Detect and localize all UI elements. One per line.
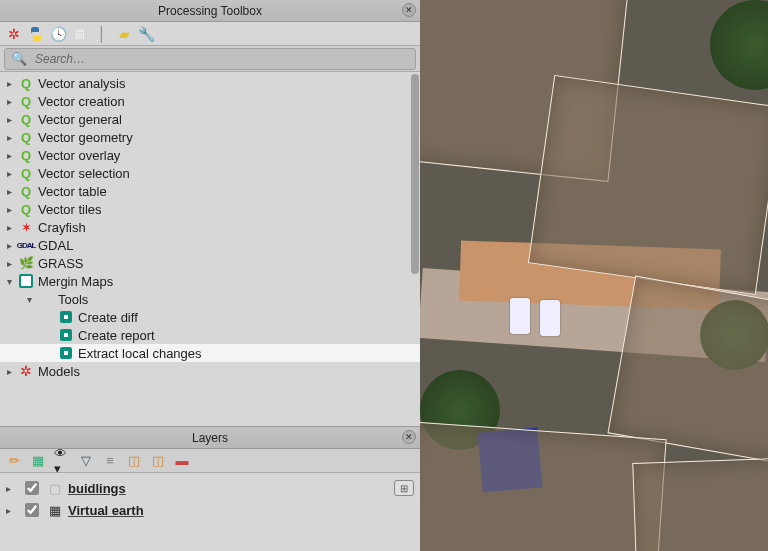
expander-icon[interactable] bbox=[44, 330, 54, 340]
layer-styling-icon[interactable]: ✏ bbox=[6, 453, 22, 469]
expander-icon[interactable] bbox=[44, 312, 54, 322]
tree-item[interactable]: ▸QVector creation bbox=[0, 92, 420, 110]
tree-item[interactable]: ▸✲Models bbox=[0, 362, 420, 380]
tree-item-label: GRASS bbox=[38, 256, 84, 271]
gear-red-icon[interactable]: ✲ bbox=[6, 26, 22, 42]
toolbox-search-input[interactable] bbox=[33, 51, 409, 67]
qgis-icon: Q bbox=[18, 201, 34, 217]
tree-item-label: Vector overlay bbox=[38, 148, 120, 163]
expander-icon[interactable]: ▾ bbox=[24, 294, 34, 304]
history-icon[interactable]: 🕓 bbox=[50, 26, 66, 42]
remove-layer-icon[interactable]: ▬ bbox=[174, 453, 190, 469]
expander-icon[interactable]: ▸ bbox=[4, 366, 14, 376]
add-group-icon[interactable]: ▦ bbox=[30, 453, 46, 469]
tree-item[interactable]: ▸QVector geometry bbox=[0, 128, 420, 146]
tree-item-label: Create diff bbox=[78, 310, 138, 325]
models-icon: ✲ bbox=[18, 363, 34, 379]
expander-icon[interactable]: ▸ bbox=[4, 150, 14, 160]
tree-item[interactable]: ▸QVector overlay bbox=[0, 146, 420, 164]
layer-visibility-checkbox[interactable] bbox=[25, 481, 39, 495]
map-canvas[interactable] bbox=[420, 0, 768, 551]
expander-icon[interactable] bbox=[44, 348, 54, 358]
polygon-layer-icon: ▢ bbox=[47, 480, 63, 496]
expander-icon[interactable]: ▸ bbox=[4, 258, 14, 268]
tree-item-label: Vector selection bbox=[38, 166, 130, 181]
expander-icon[interactable]: ▸ bbox=[4, 222, 14, 232]
layer-name: Virtual earth bbox=[68, 503, 144, 518]
layer-row[interactable]: ▸▢buidlings⊞ bbox=[2, 477, 418, 499]
qgis-icon: Q bbox=[18, 129, 34, 145]
results-icon[interactable]: 🗎 bbox=[72, 26, 88, 42]
expand-icon[interactable]: ◫ bbox=[150, 453, 166, 469]
tree-item-label: Vector table bbox=[38, 184, 107, 199]
expander-icon[interactable]: ▸ bbox=[6, 505, 16, 516]
filter-legend-icon[interactable]: ▽ bbox=[78, 453, 94, 469]
layers-toolbar: ✏ ▦ 👁▾ ▽ ≡ ◫ ◫ ▬ bbox=[0, 449, 420, 473]
blank-icon bbox=[38, 291, 54, 307]
tree-item[interactable]: ▸QVector analysis bbox=[0, 74, 420, 92]
map-imagery bbox=[420, 0, 768, 551]
tree-item-label: GDAL bbox=[38, 238, 73, 253]
collapse-icon[interactable]: ◫ bbox=[126, 453, 142, 469]
tree-item[interactable]: Create report bbox=[0, 326, 420, 344]
tree-item-label: Mergin Maps bbox=[38, 274, 113, 289]
toolbox-search-row: 🔍 bbox=[0, 46, 420, 72]
expand-all-icon[interactable]: ≡ bbox=[102, 453, 118, 469]
layers-list[interactable]: ▸▢buidlings⊞▸▦Virtual earth bbox=[0, 473, 420, 551]
tree-item-label: Crayfish bbox=[38, 220, 86, 235]
qgis-icon: Q bbox=[18, 165, 34, 181]
mergin-tool-icon bbox=[58, 345, 74, 361]
expander-icon[interactable]: ▸ bbox=[4, 240, 14, 250]
layers-title: Layers bbox=[192, 431, 228, 445]
tree-item-label: Models bbox=[38, 364, 80, 379]
toolbox-tree[interactable]: ▸QVector analysis▸QVector creation▸QVect… bbox=[0, 72, 420, 426]
toolbox-toolbar: ✲ 🕓 🗎 │ ▰ 🔧 bbox=[0, 22, 420, 46]
toolbox-close-button[interactable]: ✕ bbox=[402, 3, 416, 17]
grass-icon: 🌿 bbox=[18, 255, 34, 271]
toolbox-scrollbar-thumb[interactable] bbox=[411, 74, 419, 274]
expander-icon[interactable]: ▸ bbox=[6, 483, 16, 494]
app-root: Processing Toolbox ✕ ✲ 🕓 🗎 │ ▰ 🔧 🔍 ▸QVec… bbox=[0, 0, 768, 551]
manage-visibility-icon[interactable]: 👁▾ bbox=[54, 453, 70, 469]
tree-item-label: Vector general bbox=[38, 112, 122, 127]
tree-item[interactable]: ▸QVector general bbox=[0, 110, 420, 128]
edit-model-icon[interactable]: ▰ bbox=[116, 26, 132, 42]
tree-item[interactable]: Extract local changes bbox=[0, 344, 420, 362]
gdal-icon: GDAL bbox=[18, 237, 34, 253]
python-icon[interactable] bbox=[28, 26, 44, 42]
tree-item[interactable]: ▾Mergin Maps bbox=[0, 272, 420, 290]
expander-icon[interactable]: ▸ bbox=[4, 96, 14, 106]
tree-item[interactable]: ▸QVector tiles bbox=[0, 200, 420, 218]
expander-icon[interactable]: ▸ bbox=[4, 114, 14, 124]
tree-item[interactable]: ▸QVector table bbox=[0, 182, 420, 200]
qgis-icon: Q bbox=[18, 147, 34, 163]
options-icon[interactable]: 🔧 bbox=[138, 26, 154, 42]
expander-icon[interactable]: ▾ bbox=[4, 276, 14, 286]
tree-item-label: Extract local changes bbox=[78, 346, 202, 361]
layer-visibility-checkbox[interactable] bbox=[25, 503, 39, 517]
tree-item[interactable]: Create diff bbox=[0, 308, 420, 326]
expander-icon[interactable]: ▸ bbox=[4, 78, 14, 88]
feature-count-icon[interactable]: ⊞ bbox=[394, 480, 414, 496]
tree-item[interactable]: ▸QVector selection bbox=[0, 164, 420, 182]
tree-item-label: Vector analysis bbox=[38, 76, 125, 91]
expander-icon[interactable]: ▸ bbox=[4, 204, 14, 214]
toolbox-search-box[interactable]: 🔍 bbox=[4, 48, 416, 70]
expander-icon[interactable]: ▸ bbox=[4, 168, 14, 178]
mergin-tool-icon bbox=[58, 309, 74, 325]
layers-close-button[interactable]: ✕ bbox=[402, 430, 416, 444]
tree-item[interactable]: ▸GDALGDAL bbox=[0, 236, 420, 254]
layers-header: Layers ✕ bbox=[0, 427, 420, 449]
qgis-icon: Q bbox=[18, 111, 34, 127]
mergin-icon bbox=[18, 273, 34, 289]
expander-icon[interactable]: ▸ bbox=[4, 132, 14, 142]
toolbox-title: Processing Toolbox bbox=[158, 4, 262, 18]
expander-icon[interactable]: ▸ bbox=[4, 186, 14, 196]
layer-row[interactable]: ▸▦Virtual earth bbox=[2, 499, 418, 521]
tree-item[interactable]: ▾Tools bbox=[0, 290, 420, 308]
tree-item-label: Create report bbox=[78, 328, 155, 343]
layers-panel: Layers ✕ ✏ ▦ 👁▾ ▽ ≡ ◫ ◫ ▬ ▸▢buidlings⊞▸▦… bbox=[0, 426, 420, 551]
tree-item[interactable]: ▸🌿GRASS bbox=[0, 254, 420, 272]
tree-item[interactable]: ▸✶Crayfish bbox=[0, 218, 420, 236]
crayfish-icon: ✶ bbox=[18, 219, 34, 235]
